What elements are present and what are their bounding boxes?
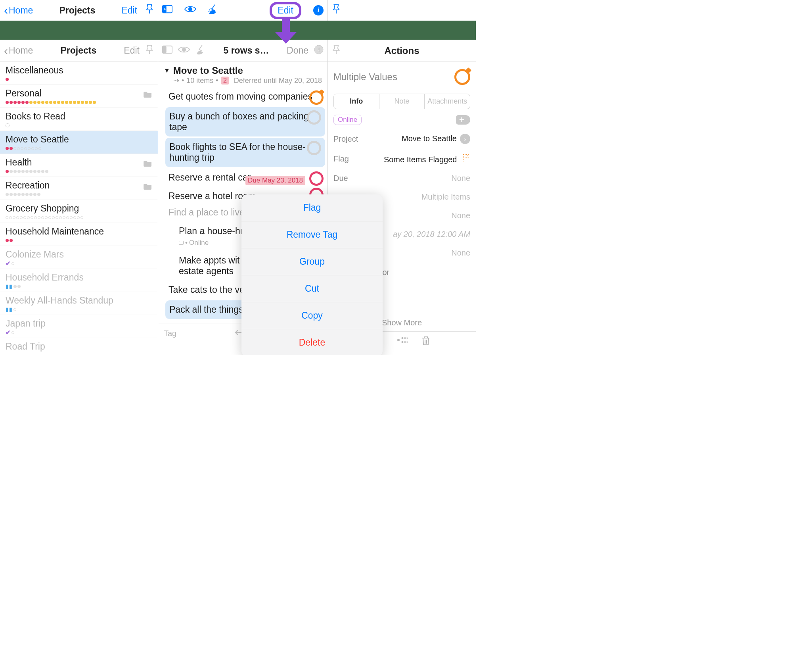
project-item[interactable]: Household Errands ▮▮ <box>0 269 158 292</box>
project-title: Personal <box>6 88 152 99</box>
project-item[interactable]: Health <box>0 154 158 177</box>
defer-date-value: ay 20, 2018 12:00 AM <box>393 230 470 239</box>
panel-toggle-icon[interactable] <box>162 5 172 16</box>
task-title: Plan a house-hu <box>179 226 245 236</box>
task-title-cont: estate agents <box>179 266 234 276</box>
pin-icon[interactable] <box>332 44 341 57</box>
panel-toggle-icon <box>162 45 172 56</box>
project-item[interactable]: Road Trip <box>0 338 158 355</box>
cleanup-icon[interactable] <box>208 4 218 17</box>
left-toolbar: ‹ Home Projects Edit <box>0 40 158 62</box>
add-tag-button[interactable] <box>456 115 470 125</box>
task-title: Make appts wit <box>179 255 239 265</box>
check-icon: ✔︎ <box>6 260 11 267</box>
svg-point-14 <box>401 337 403 339</box>
due-value[interactable]: None <box>451 174 470 183</box>
disclosure-triangle-icon[interactable]: ▼ <box>164 67 170 74</box>
check-icon: ✔︎ <box>6 329 11 336</box>
convert-icon[interactable] <box>397 336 409 348</box>
eye-icon[interactable] <box>184 5 196 16</box>
svg-rect-7 <box>163 46 166 53</box>
project-item[interactable]: Books to Read <box>0 108 158 131</box>
multiple-values-label: Multiple Values <box>333 71 397 83</box>
tab-note[interactable]: Note <box>379 94 425 109</box>
project-item[interactable]: Japan trip ✔︎ <box>0 315 158 338</box>
project-label: Project <box>333 135 358 144</box>
pin-icon[interactable] <box>145 44 154 57</box>
tag-button[interactable]: Tag <box>164 329 176 338</box>
chevron-right-icon[interactable]: › <box>460 134 470 144</box>
project-value[interactable]: Move to Seattle <box>402 134 457 143</box>
task-title: Pack all the things! <box>169 304 246 315</box>
project-item-selected[interactable]: Move to Seattle <box>0 131 158 154</box>
top-right-toolbar <box>328 0 476 21</box>
tag-online[interactable]: Online <box>333 115 362 125</box>
folder-icon <box>144 160 152 167</box>
menu-group[interactable]: Group <box>241 248 383 275</box>
task-title: Get quotes from moving companies <box>169 91 312 102</box>
actions-header: Actions <box>328 40 476 62</box>
edit-pill-button[interactable]: Edit <box>270 2 301 19</box>
project-item[interactable]: Personal <box>0 85 158 108</box>
eye-icon <box>178 45 190 56</box>
task-row[interactable]: Reserve a rental car Due May 23, 2018 <box>158 168 327 187</box>
menu-remove-tag[interactable]: Remove Tag <box>241 221 383 248</box>
chevron-left-icon: ‹ <box>4 4 8 16</box>
project-item[interactable]: Recreation <box>0 177 158 200</box>
pin-icon[interactable] <box>332 4 341 17</box>
note-icon <box>179 241 184 245</box>
tab-info[interactable]: Info <box>334 94 379 109</box>
status-circle-icon[interactable] <box>307 141 321 155</box>
none-value: None <box>451 248 470 258</box>
trash-icon[interactable] <box>421 336 430 348</box>
duration-value: None <box>451 211 470 220</box>
flag-value[interactable]: Some Items Flagged <box>384 155 457 164</box>
status-circle-icon[interactable] <box>309 171 324 186</box>
task-title: Buy a bunch of boxes and packing tape <box>169 111 309 132</box>
project-item[interactable]: Household Maintenance <box>0 223 158 246</box>
svg-point-4 <box>211 8 212 9</box>
home-label: Home <box>9 45 33 56</box>
svg-point-15 <box>401 341 403 343</box>
project-title: Weekly All-Hands Standup <box>6 295 152 306</box>
task-row-selected[interactable]: Buy a bunch of boxes and packing tape <box>165 107 325 136</box>
pin-icon[interactable] <box>145 4 154 17</box>
project-name: Move to Seattle <box>173 65 243 76</box>
info-icon[interactable]: i <box>313 5 324 15</box>
status-circle-icon[interactable] <box>307 110 321 125</box>
context-menu-popover: Flag Remove Tag Group Cut Copy Delete <box>241 194 383 355</box>
menu-flag[interactable]: Flag <box>241 194 383 221</box>
edit-button[interactable]: Edit <box>121 5 137 16</box>
status-circle-icon[interactable] <box>309 90 324 105</box>
task-title: Take cats to the vet <box>169 284 247 295</box>
project-item[interactable]: Weekly All-Hands Standup ▮▮ <box>0 292 158 315</box>
back-home-button[interactable]: ‹ Home <box>4 45 33 57</box>
pause-icon: ▮▮ <box>6 283 13 290</box>
project-item[interactable]: Colonize Mars ✔︎ <box>0 246 158 269</box>
tag-label: Online <box>189 239 209 247</box>
task-title: Reserve a rental car <box>169 172 251 183</box>
due-label: Due <box>333 174 348 183</box>
task-row[interactable]: Get quotes from moving companies <box>158 87 327 106</box>
actions-title: Actions <box>341 45 463 56</box>
svg-point-8 <box>182 48 186 51</box>
status-circle-icon[interactable] <box>454 69 470 85</box>
edit-button[interactable]: Edit <box>124 45 140 56</box>
menu-copy[interactable]: Copy <box>241 302 383 329</box>
project-item[interactable]: Miscellaneous <box>0 62 158 85</box>
task-title: Find a place to live <box>169 207 245 217</box>
done-button[interactable]: Done <box>287 45 308 56</box>
menu-cut[interactable]: Cut <box>241 275 383 302</box>
projects-title: Projects <box>59 5 95 16</box>
flag-label: Flag <box>333 154 349 163</box>
back-home-button[interactable]: ‹ Home <box>4 4 33 16</box>
svg-point-13 <box>397 339 400 341</box>
project-title: Books to Read <box>6 111 152 122</box>
tab-attachments[interactable]: Attachments <box>424 94 470 109</box>
task-row-selected[interactable]: Book flights to SEA for the house-huntin… <box>165 138 325 167</box>
cleanup-icon <box>195 44 206 57</box>
home-label: Home <box>9 5 33 16</box>
project-item[interactable]: Grocery Shopping <box>0 200 158 223</box>
svg-point-3 <box>209 10 210 10</box>
project-title: Move to Seattle <box>6 134 152 145</box>
